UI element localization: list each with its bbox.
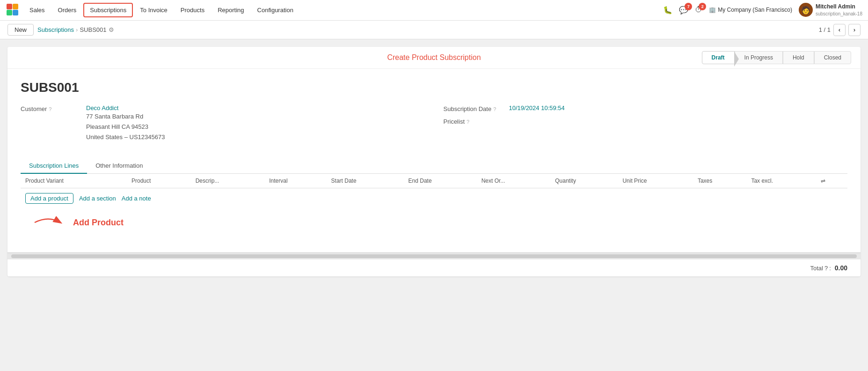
annotation-arrow-icon [30, 213, 67, 232]
col-quantity: Quantity [550, 174, 618, 188]
col-product: Product [127, 174, 191, 188]
chat-badge: 7 [685, 3, 692, 10]
form-right-column: Subscription Date ? 10/19/2024 10:59:54 … [444, 104, 848, 147]
form-title: Create Product Subscription [387, 53, 481, 62]
col-tax-excl: Tax excl. [746, 174, 816, 188]
col-end-date: End Date [404, 174, 477, 188]
status-hold[interactable]: Hold [783, 51, 814, 64]
pricelist-help-icon[interactable]: ? [467, 119, 469, 125]
breadcrumb: Subscriptions › SUBS001 ⚙ [37, 26, 114, 33]
breadcrumb-separator: › [76, 26, 78, 33]
avatar: 🧑 [799, 3, 813, 17]
customer-field-row: Customer ? Deco Addict 77 Santa Barbara … [21, 104, 425, 142]
nav-item-reporting[interactable]: Reporting [212, 3, 250, 17]
svg-rect-1 [13, 4, 18, 9]
address-line3: United States – US12345673 [86, 132, 165, 142]
horizontal-scrollbar[interactable] [7, 252, 861, 259]
nav-item-products[interactable]: Products [175, 3, 211, 17]
col-options: ⇌ [816, 174, 847, 188]
pricelist-row: Pricelist ? [444, 117, 848, 125]
col-interval: Interval [264, 174, 326, 188]
subscription-date-row: Subscription Date ? 10/19/2024 10:59:54 [444, 104, 848, 112]
nav-menu: Sales Orders Subscriptions To Invoice Pr… [23, 3, 663, 17]
form-body: SUBS001 Customer ? Deco Addict 77 Santa … [7, 69, 861, 252]
pagination-label: 1 / 1 [819, 26, 831, 33]
form-card: Create Product Subscription Draft In Pro… [7, 47, 861, 276]
total-value: 0.00 [835, 264, 847, 272]
table-header-row: Product Variant Product Descrip... Inter… [21, 174, 847, 188]
annotation-area: Add Product [21, 208, 847, 241]
subscription-date-label: Subscription Date ? [444, 104, 509, 112]
customer-address: 77 Santa Barbara Rd Pleasant Hill CA 945… [86, 111, 165, 142]
main-content: Create Product Subscription Draft In Pro… [0, 39, 868, 371]
scroll-track [11, 254, 857, 258]
timer-icon-button[interactable]: ⏱ 2 [695, 6, 702, 14]
form-left-column: Customer ? Deco Addict 77 Santa Barbara … [21, 104, 425, 147]
customer-help-icon[interactable]: ? [49, 106, 51, 112]
address-line1: 77 Santa Barbara Rd [86, 111, 165, 122]
col-product-variant: Product Variant [21, 174, 127, 188]
customer-name[interactable]: Deco Addict [86, 104, 165, 111]
form-header: Create Product Subscription Draft In Pro… [7, 47, 861, 69]
user-menu[interactable]: 🧑 Mitchell Admin subscription_kanak-18 [799, 3, 862, 17]
nav-right-section: 🐛 💬 7 ⏱ 2 🏢 My Company (San Francisco) 🧑… [663, 3, 862, 17]
svg-rect-2 [7, 10, 12, 15]
col-description: Descrip... [191, 174, 265, 188]
col-next-order: Next Or... [477, 174, 551, 188]
total-help-icon[interactable]: ? [824, 265, 828, 272]
add-product-button[interactable]: Add a product [25, 193, 73, 204]
address-line2: Pleasant Hill CA 94523 [86, 122, 165, 132]
subscription-date-value: 10/19/2024 10:59:54 [509, 104, 565, 111]
svg-rect-0 [7, 4, 12, 9]
user-name: Mitchell Admin [816, 3, 862, 11]
record-id: SUBS001 [21, 80, 847, 95]
app-logo[interactable] [6, 3, 19, 17]
nav-item-sales[interactable]: Sales [23, 3, 51, 17]
subscription-lines-table: Product Variant Product Descrip... Inter… [21, 174, 847, 241]
col-taxes: Taxes [693, 174, 746, 188]
nav-item-orders[interactable]: Orders [52, 3, 83, 17]
next-record-button[interactable]: › [848, 24, 861, 36]
subscription-date-help-icon[interactable]: ? [493, 106, 496, 112]
pricelist-label: Pricelist ? [444, 117, 509, 125]
breadcrumb-current-label: SUBS001 [80, 26, 106, 33]
status-in-progress[interactable]: In Progress [735, 51, 783, 64]
new-button[interactable]: New [7, 24, 34, 36]
company-name: My Company (San Francisco) [718, 7, 792, 13]
user-subtitle: subscription_kanak-18 [816, 11, 862, 17]
prev-record-button[interactable]: ‹ [833, 24, 846, 36]
add-links-row: Add a product Add a section Add a note [21, 188, 847, 208]
timer-badge: 2 [699, 3, 706, 10]
bug-icon-button[interactable]: 🐛 [663, 6, 672, 15]
customer-label: Customer ? [21, 104, 86, 112]
annotation-text: Add Product [73, 218, 124, 228]
tab-other-information[interactable]: Other Information [87, 158, 151, 174]
nav-item-to-invoice[interactable]: To Invoice [134, 3, 174, 17]
breadcrumb-current: SUBS001 ⚙ [80, 26, 114, 33]
top-navigation: Sales Orders Subscriptions To Invoice Pr… [0, 0, 868, 21]
col-start-date: Start Date [327, 174, 404, 188]
status-closed[interactable]: Closed [814, 51, 851, 64]
footer-total-bar: Total ? : 0.00 [7, 259, 861, 276]
gear-icon[interactable]: ⚙ [109, 26, 114, 33]
svg-rect-3 [13, 10, 18, 15]
total-label: Total ? : [810, 265, 831, 272]
nav-item-subscriptions[interactable]: Subscriptions [83, 3, 133, 17]
add-note-link[interactable]: Add a note [122, 195, 151, 202]
form-fields: Customer ? Deco Addict 77 Santa Barbara … [21, 104, 847, 147]
nav-item-configuration[interactable]: Configuration [251, 3, 299, 17]
company-icon: 🏢 [709, 7, 716, 13]
status-bar: Draft In Progress Hold Closed [702, 51, 851, 64]
company-selector[interactable]: 🏢 My Company (San Francisco) [709, 7, 792, 13]
chat-icon-button[interactable]: 💬 7 [679, 6, 688, 15]
add-section-link[interactable]: Add a section [79, 195, 116, 202]
tabs: Subscription Lines Other Information [21, 158, 847, 174]
status-draft[interactable]: Draft [702, 51, 735, 64]
col-unit-price: Unit Price [618, 174, 693, 188]
tab-subscription-lines[interactable]: Subscription Lines [21, 158, 87, 174]
breadcrumb-bar: New Subscriptions › SUBS001 ⚙ 1 / 1 ‹ › [0, 21, 868, 39]
breadcrumb-parent-link[interactable]: Subscriptions [37, 26, 74, 33]
